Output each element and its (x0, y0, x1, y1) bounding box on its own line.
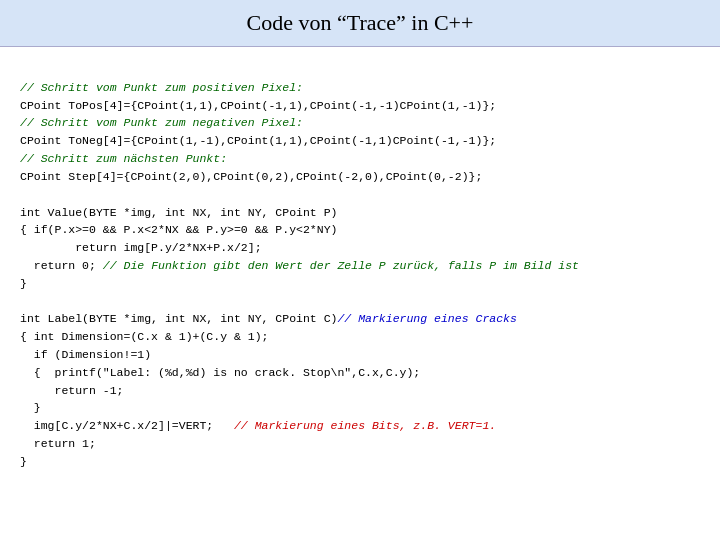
func2-close: } (20, 455, 27, 468)
code-block: // Schritt vom Punkt zum positiven Pixel… (20, 61, 700, 489)
func1-line2: return img[P.y/2*NX+P.x/2]; (20, 241, 262, 254)
func2-line2: if (Dimension!=1) (20, 348, 151, 361)
func1-line1: { if(P.x>=0 && P.x<2*NX && P.y>=0 && P.y… (20, 223, 337, 236)
comment-line5: // Schritt zum nächsten Punkt: (20, 152, 227, 165)
content-area: // Schritt vom Punkt zum positiven Pixel… (0, 47, 720, 540)
func2-line7: return 1; (20, 437, 96, 450)
code-line2: CPoint ToPos[4]={CPoint(1,1),CPoint(-1,1… (20, 99, 496, 112)
func2-line6: img[C.y/2*NX+C.x/2]|=VERT; // Markierung… (20, 419, 496, 432)
title-text: Code von “Trace” in C++ (247, 10, 474, 35)
slide-container: Code von “Trace” in C++ // Schritt vom P… (0, 0, 720, 540)
func1-signature: int Value(BYTE *img, int NX, int NY, CPo… (20, 206, 337, 219)
func1-close: } (20, 277, 27, 290)
code-line6: CPoint Step[4]={CPoint(2,0),CPoint(0,2),… (20, 170, 482, 183)
func2-line5: } (20, 401, 41, 414)
func1-line3: return 0; // Die Funktion gibt den Wert … (20, 259, 579, 272)
func2-line3: { printf("Label: (%d,%d) is no crack. St… (20, 366, 420, 379)
slide-title: Code von “Trace” in C++ (0, 0, 720, 47)
code-line4: CPoint ToNeg[4]={CPoint(1,-1),CPoint(1,1… (20, 134, 496, 147)
func2-signature: int Label(BYTE *img, int NX, int NY, CPo… (20, 312, 517, 325)
func2-line4: return -1; (20, 384, 124, 397)
func2-line1: { int Dimension=(C.x & 1)+(C.y & 1); (20, 330, 268, 343)
comment-line1: // Schritt vom Punkt zum positiven Pixel… (20, 81, 303, 94)
comment-line3: // Schritt vom Punkt zum negativen Pixel… (20, 116, 303, 129)
